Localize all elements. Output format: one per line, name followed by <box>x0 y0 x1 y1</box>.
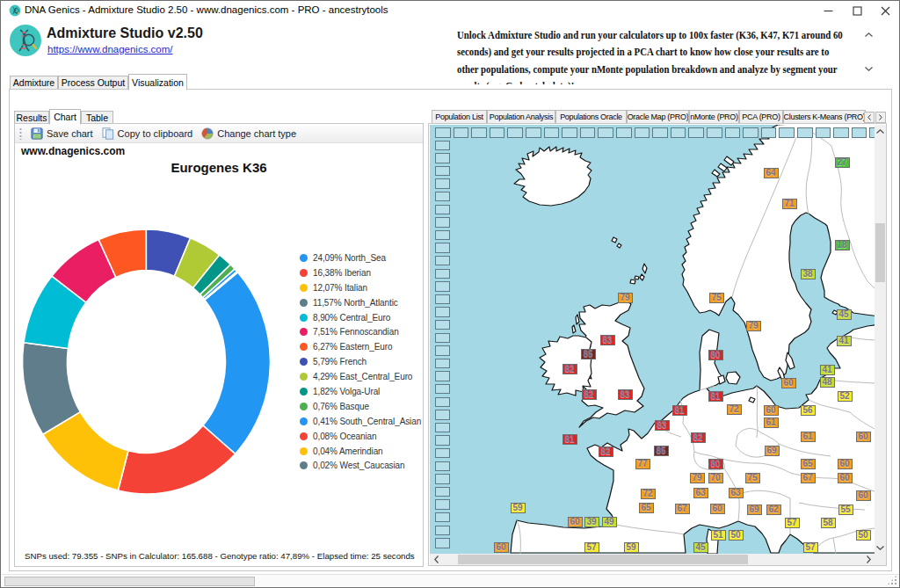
map-marker[interactable]: 80 <box>708 459 723 469</box>
tab-scroll-left-button[interactable] <box>864 112 875 123</box>
promo-scroll-up-icon[interactable] <box>861 28 876 41</box>
map-marker[interactable]: 60 <box>838 459 853 469</box>
map-marker[interactable]: 50 <box>729 530 744 541</box>
map-marker[interactable]: 41 <box>837 336 852 346</box>
tab-pca-pro-[interactable]: PCA (PRO) <box>739 110 783 124</box>
map-marker[interactable]: 72 <box>641 489 656 499</box>
map-marker[interactable]: 85 <box>654 446 669 456</box>
oracle-map[interactable]: 2764711838757979454183858082416048828352… <box>430 125 875 554</box>
map-marker[interactable]: 81 <box>562 434 577 445</box>
map-marker[interactable]: 63 <box>729 488 744 498</box>
copy-to-clipboard-button[interactable]: Copy to clipboard <box>98 126 198 142</box>
map-marker[interactable]: 45 <box>693 542 708 553</box>
map-marker[interactable]: 79 <box>746 321 761 331</box>
map-marker[interactable]: 67 <box>675 504 690 514</box>
map-scroll-down-icon[interactable] <box>875 541 886 554</box>
promo-scrollbar[interactable] <box>861 28 876 76</box>
map-marker[interactable]: 82 <box>599 446 613 457</box>
map-marker[interactable]: 27 <box>835 157 850 168</box>
map-marker[interactable]: 59 <box>511 503 526 513</box>
save-chart-button[interactable]: Save chart <box>26 126 98 142</box>
tab-results[interactable]: Results <box>14 111 49 124</box>
minimize-button[interactable] <box>815 1 842 20</box>
map-marker[interactable]: 59 <box>624 542 639 553</box>
tab-populations-oracle[interactable]: Populations Oracle <box>555 110 627 124</box>
tab-population-analysis[interactable]: Population Analysis <box>487 110 555 124</box>
map-marker[interactable]: 82 <box>562 364 577 374</box>
map-horizontal-scrollbar[interactable] <box>430 554 875 565</box>
map-marker[interactable]: 69 <box>747 505 762 515</box>
map-marker[interactable]: 82 <box>691 432 706 443</box>
map-marker[interactable]: 81 <box>672 405 687 416</box>
tab-visualization[interactable]: Visualization <box>128 74 187 91</box>
map-marker[interactable]: 60 <box>568 517 583 527</box>
tab-process-output[interactable]: Process Output <box>58 76 128 90</box>
map-marker[interactable]: 60 <box>856 490 871 501</box>
map-marker[interactable]: 85 <box>581 349 596 359</box>
map-marker[interactable]: 63 <box>693 488 708 498</box>
map-marker[interactable]: 60 <box>781 378 796 388</box>
tab-table[interactable]: Table <box>81 111 113 124</box>
promo-scroll-down-icon[interactable] <box>861 62 876 76</box>
website-link[interactable]: https://www.dnagenics.com/ <box>47 44 173 54</box>
map-marker[interactable]: 83 <box>618 389 633 400</box>
map-marker[interactable]: 50 <box>856 530 871 541</box>
map-marker[interactable]: 70 <box>708 473 723 483</box>
map-vertical-scrollbar[interactable] <box>875 125 886 554</box>
map-marker[interactable]: 48 <box>820 377 835 388</box>
map-marker[interactable]: 69 <box>765 446 780 456</box>
map-marker[interactable]: 52 <box>838 391 853 402</box>
map-vscroll-thumb[interactable] <box>875 223 885 282</box>
window-horizontal-scrollbar[interactable] <box>2 574 899 586</box>
map-marker[interactable]: 55 <box>838 505 853 515</box>
map-marker[interactable]: 77 <box>635 459 650 469</box>
toolbar-grip[interactable] <box>19 127 22 140</box>
map-marker[interactable]: 58 <box>821 518 836 528</box>
map-marker[interactable]: 39 <box>584 517 599 527</box>
map-marker[interactable]: 41 <box>820 365 835 375</box>
close-button[interactable] <box>872 1 899 20</box>
map-marker[interactable]: 67 <box>801 473 816 483</box>
tab-nmonte-pro-[interactable]: nMonte (PRO) <box>689 110 739 124</box>
map-marker[interactable]: 72 <box>727 404 742 415</box>
window-hscroll-thumb[interactable] <box>4 577 255 586</box>
map-marker[interactable]: 83 <box>600 335 615 345</box>
map-marker[interactable]: 51 <box>711 530 726 541</box>
map-marker[interactable]: 60 <box>710 504 725 514</box>
map-marker[interactable]: 60 <box>494 542 509 553</box>
map-marker[interactable]: 75 <box>745 473 760 483</box>
map-marker[interactable]: 64 <box>764 168 779 178</box>
map-marker[interactable]: 80 <box>708 350 723 360</box>
map-marker[interactable]: 65 <box>801 459 816 469</box>
map-marker[interactable]: 82 <box>582 389 597 400</box>
tab-admixture[interactable]: Admixture <box>10 76 58 90</box>
map-marker[interactable]: 62 <box>766 505 781 515</box>
map-marker[interactable]: 45 <box>837 309 852 320</box>
map-marker[interactable]: 60 <box>764 405 779 416</box>
map-marker[interactable]: 57 <box>584 542 599 553</box>
map-marker[interactable]: 18 <box>835 240 850 250</box>
map-marker[interactable]: 60 <box>856 432 871 442</box>
map-marker[interactable]: 57 <box>803 542 818 553</box>
map-marker[interactable]: 61 <box>801 432 816 442</box>
map-marker[interactable]: 65 <box>639 503 654 513</box>
tab-population-list[interactable]: Population List <box>432 110 487 124</box>
map-marker[interactable]: 79 <box>690 473 705 483</box>
map-marker[interactable]: 57 <box>785 518 800 528</box>
map-scroll-left-icon[interactable] <box>430 554 442 565</box>
map-marker[interactable]: 81 <box>708 391 723 402</box>
tab-clusters-k-means-pro-[interactable]: Clusters K-Means (PRO) <box>783 110 866 124</box>
tab-scroll-right-button[interactable] <box>875 112 886 123</box>
tab-oracle-map-pro-[interactable]: Oracle Map (PRO) <box>627 110 689 124</box>
map-scroll-up-icon[interactable] <box>875 125 886 137</box>
maximize-button[interactable] <box>844 1 871 20</box>
map-marker[interactable]: 60 <box>838 473 853 483</box>
map-marker[interactable]: 75 <box>709 293 724 303</box>
map-marker[interactable]: 49 <box>602 517 617 527</box>
change-chart-type-button[interactable]: Change chart type <box>197 126 301 142</box>
map-marker[interactable]: 61 <box>764 417 779 428</box>
tab-chart[interactable]: Chart <box>49 109 81 125</box>
map-scroll-right-icon[interactable] <box>862 554 875 565</box>
map-marker[interactable]: 38 <box>801 269 816 279</box>
map-marker[interactable]: 56 <box>801 405 816 416</box>
